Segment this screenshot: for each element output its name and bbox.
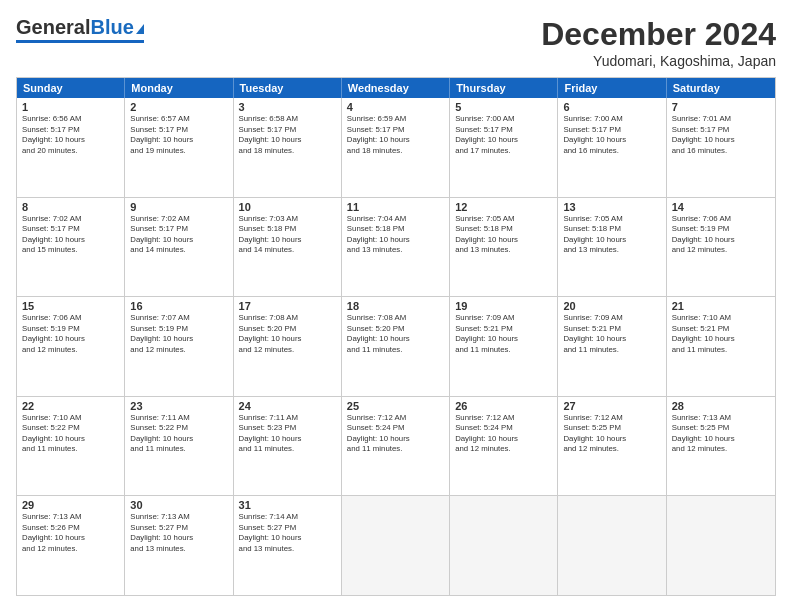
day-cell-30: 30Sunrise: 7:13 AM Sunset: 5:27 PM Dayli… [125,496,233,595]
header-day-saturday: Saturday [667,78,775,98]
calendar-body: 1Sunrise: 6:56 AM Sunset: 5:17 PM Daylig… [17,98,775,595]
day-number: 18 [347,300,444,312]
day-number: 4 [347,101,444,113]
day-cell-20: 20Sunrise: 7:09 AM Sunset: 5:21 PM Dayli… [558,297,666,396]
calendar-row-3: 15Sunrise: 7:06 AM Sunset: 5:19 PM Dayli… [17,296,775,396]
day-info: Sunrise: 7:08 AM Sunset: 5:20 PM Dayligh… [239,313,336,355]
day-info: Sunrise: 7:13 AM Sunset: 5:27 PM Dayligh… [130,512,227,554]
logo-text: GeneralBlue [16,16,144,39]
day-number: 15 [22,300,119,312]
header-day-tuesday: Tuesday [234,78,342,98]
day-info: Sunrise: 7:11 AM Sunset: 5:23 PM Dayligh… [239,413,336,455]
calendar-row-2: 8Sunrise: 7:02 AM Sunset: 5:17 PM Daylig… [17,197,775,297]
day-cell-29: 29Sunrise: 7:13 AM Sunset: 5:26 PM Dayli… [17,496,125,595]
day-number: 22 [22,400,119,412]
day-number: 14 [672,201,770,213]
day-info: Sunrise: 7:02 AM Sunset: 5:17 PM Dayligh… [130,214,227,256]
day-number: 28 [672,400,770,412]
day-number: 21 [672,300,770,312]
day-cell-3: 3Sunrise: 6:58 AM Sunset: 5:17 PM Daylig… [234,98,342,197]
day-cell-10: 10Sunrise: 7:03 AM Sunset: 5:18 PM Dayli… [234,198,342,297]
day-number: 17 [239,300,336,312]
day-cell-17: 17Sunrise: 7:08 AM Sunset: 5:20 PM Dayli… [234,297,342,396]
day-cell-21: 21Sunrise: 7:10 AM Sunset: 5:21 PM Dayli… [667,297,775,396]
day-number: 27 [563,400,660,412]
day-info: Sunrise: 7:12 AM Sunset: 5:25 PM Dayligh… [563,413,660,455]
day-number: 20 [563,300,660,312]
day-cell-8: 8Sunrise: 7:02 AM Sunset: 5:17 PM Daylig… [17,198,125,297]
day-info: Sunrise: 7:05 AM Sunset: 5:18 PM Dayligh… [563,214,660,256]
day-info: Sunrise: 7:01 AM Sunset: 5:17 PM Dayligh… [672,114,770,156]
day-info: Sunrise: 7:09 AM Sunset: 5:21 PM Dayligh… [455,313,552,355]
day-number: 8 [22,201,119,213]
day-info: Sunrise: 7:04 AM Sunset: 5:18 PM Dayligh… [347,214,444,256]
day-cell-22: 22Sunrise: 7:10 AM Sunset: 5:22 PM Dayli… [17,397,125,496]
day-cell-1: 1Sunrise: 6:56 AM Sunset: 5:17 PM Daylig… [17,98,125,197]
logo-underline [16,40,144,43]
header-day-monday: Monday [125,78,233,98]
day-info: Sunrise: 7:11 AM Sunset: 5:22 PM Dayligh… [130,413,227,455]
day-number: 19 [455,300,552,312]
day-info: Sunrise: 7:08 AM Sunset: 5:20 PM Dayligh… [347,313,444,355]
day-cell-27: 27Sunrise: 7:12 AM Sunset: 5:25 PM Dayli… [558,397,666,496]
day-info: Sunrise: 7:00 AM Sunset: 5:17 PM Dayligh… [455,114,552,156]
day-info: Sunrise: 7:09 AM Sunset: 5:21 PM Dayligh… [563,313,660,355]
day-number: 1 [22,101,119,113]
day-cell-12: 12Sunrise: 7:05 AM Sunset: 5:18 PM Dayli… [450,198,558,297]
day-number: 24 [239,400,336,412]
day-number: 12 [455,201,552,213]
day-info: Sunrise: 7:12 AM Sunset: 5:24 PM Dayligh… [455,413,552,455]
day-cell-26: 26Sunrise: 7:12 AM Sunset: 5:24 PM Dayli… [450,397,558,496]
header-day-sunday: Sunday [17,78,125,98]
day-info: Sunrise: 7:05 AM Sunset: 5:18 PM Dayligh… [455,214,552,256]
day-info: Sunrise: 7:12 AM Sunset: 5:24 PM Dayligh… [347,413,444,455]
day-info: Sunrise: 6:57 AM Sunset: 5:17 PM Dayligh… [130,114,227,156]
calendar-row-5: 29Sunrise: 7:13 AM Sunset: 5:26 PM Dayli… [17,495,775,595]
day-number: 16 [130,300,227,312]
day-info: Sunrise: 7:07 AM Sunset: 5:19 PM Dayligh… [130,313,227,355]
day-number: 6 [563,101,660,113]
day-number: 13 [563,201,660,213]
day-info: Sunrise: 7:14 AM Sunset: 5:27 PM Dayligh… [239,512,336,554]
day-info: Sunrise: 6:59 AM Sunset: 5:17 PM Dayligh… [347,114,444,156]
day-number: 11 [347,201,444,213]
empty-cell [342,496,450,595]
day-info: Sunrise: 7:06 AM Sunset: 5:19 PM Dayligh… [22,313,119,355]
header-day-thursday: Thursday [450,78,558,98]
day-number: 26 [455,400,552,412]
day-cell-16: 16Sunrise: 7:07 AM Sunset: 5:19 PM Dayli… [125,297,233,396]
calendar: SundayMondayTuesdayWednesdayThursdayFrid… [16,77,776,596]
day-cell-31: 31Sunrise: 7:14 AM Sunset: 5:27 PM Dayli… [234,496,342,595]
day-info: Sunrise: 7:00 AM Sunset: 5:17 PM Dayligh… [563,114,660,156]
month-title: December 2024 [541,16,776,53]
empty-cell [450,496,558,595]
location: Yudomari, Kagoshima, Japan [541,53,776,69]
empty-cell [667,496,775,595]
day-cell-4: 4Sunrise: 6:59 AM Sunset: 5:17 PM Daylig… [342,98,450,197]
day-number: 2 [130,101,227,113]
day-info: Sunrise: 7:13 AM Sunset: 5:25 PM Dayligh… [672,413,770,455]
day-cell-18: 18Sunrise: 7:08 AM Sunset: 5:20 PM Dayli… [342,297,450,396]
day-info: Sunrise: 7:02 AM Sunset: 5:17 PM Dayligh… [22,214,119,256]
day-number: 5 [455,101,552,113]
day-cell-24: 24Sunrise: 7:11 AM Sunset: 5:23 PM Dayli… [234,397,342,496]
day-info: Sunrise: 6:58 AM Sunset: 5:17 PM Dayligh… [239,114,336,156]
day-cell-15: 15Sunrise: 7:06 AM Sunset: 5:19 PM Dayli… [17,297,125,396]
day-number: 10 [239,201,336,213]
day-cell-19: 19Sunrise: 7:09 AM Sunset: 5:21 PM Dayli… [450,297,558,396]
empty-cell [558,496,666,595]
calendar-row-4: 22Sunrise: 7:10 AM Sunset: 5:22 PM Dayli… [17,396,775,496]
day-number: 9 [130,201,227,213]
day-number: 7 [672,101,770,113]
day-number: 29 [22,499,119,511]
title-area: December 2024 Yudomari, Kagoshima, Japan [541,16,776,69]
day-info: Sunrise: 6:56 AM Sunset: 5:17 PM Dayligh… [22,114,119,156]
header-day-wednesday: Wednesday [342,78,450,98]
day-info: Sunrise: 7:10 AM Sunset: 5:22 PM Dayligh… [22,413,119,455]
day-info: Sunrise: 7:03 AM Sunset: 5:18 PM Dayligh… [239,214,336,256]
day-cell-6: 6Sunrise: 7:00 AM Sunset: 5:17 PM Daylig… [558,98,666,197]
page: GeneralBlue December 2024 Yudomari, Kago… [0,0,792,612]
day-cell-11: 11Sunrise: 7:04 AM Sunset: 5:18 PM Dayli… [342,198,450,297]
calendar-row-1: 1Sunrise: 6:56 AM Sunset: 5:17 PM Daylig… [17,98,775,197]
day-cell-28: 28Sunrise: 7:13 AM Sunset: 5:25 PM Dayli… [667,397,775,496]
